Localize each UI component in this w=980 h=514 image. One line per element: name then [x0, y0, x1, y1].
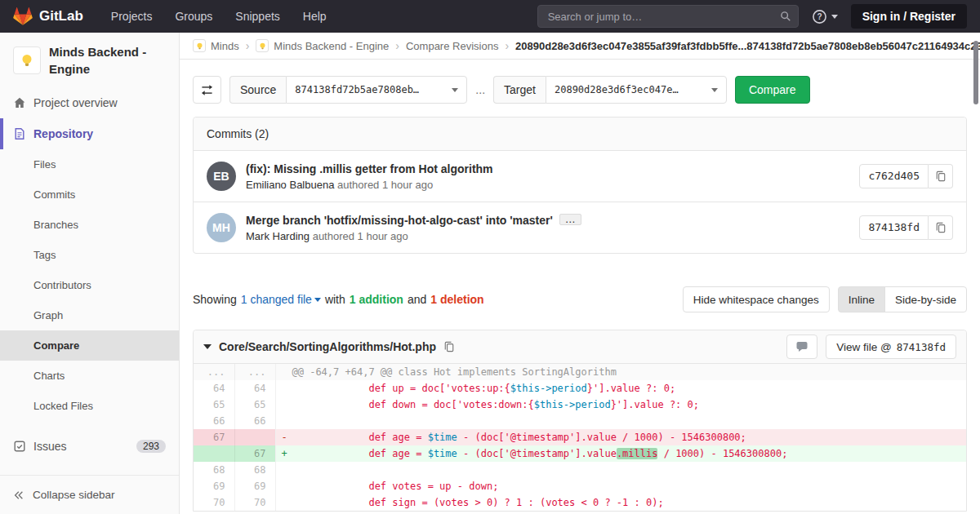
sidebar-item-commits[interactable]: Commits: [0, 179, 179, 210]
diff-old-line-number[interactable]: 70: [194, 494, 234, 511]
code-token: def up = doc['votes:up:{: [292, 383, 510, 394]
search-icon[interactable]: [780, 11, 791, 22]
gitlab-compare-page: GitLab ProjectsGroupsSnippetsHelp ? Sign…: [0, 0, 980, 514]
breadcrumb-link[interactable]: Minds: [193, 39, 239, 52]
diff-new-line-number[interactable]: 64: [234, 380, 275, 397]
commit-author-link[interactable]: Mark Harding: [246, 230, 310, 242]
source-ref-dropdown[interactable]: 874138fd72b5ae7808eb…: [286, 76, 467, 104]
commit-author-link[interactable]: Emiliano Balbuena: [246, 179, 334, 191]
hide-whitespace-button[interactable]: Hide whitespace changes: [683, 286, 830, 312]
diff-code-cell: def down = doc['votes:down:{$this->perio…: [275, 397, 966, 413]
diff-old-line-number[interactable]: 64: [194, 380, 234, 397]
project-name: Minds Backend - Engine: [49, 43, 166, 78]
copy-sha-button[interactable]: [929, 164, 953, 188]
diff-new-line-number[interactable]: 65: [234, 397, 275, 413]
sidebar-item-graph[interactable]: Graph: [0, 300, 179, 330]
sidebar-item-branches[interactable]: Branches: [0, 210, 179, 240]
navbar-menu: ProjectsGroupsSnippetsHelp: [100, 0, 338, 33]
swap-revisions-button[interactable]: [193, 76, 221, 104]
compare-separator: ...: [475, 83, 485, 96]
file-path[interactable]: Core/Search/SortingAlgorithms/Hot.php: [219, 340, 436, 353]
breadcrumb-link[interactable]: Compare Revisions: [406, 40, 498, 52]
copy-sha-button[interactable]: [929, 215, 953, 240]
code-token: @@ -64,7 +64,7 @@ class Hot implements S…: [292, 366, 617, 378]
diff-old-line-number[interactable]: 68: [194, 462, 234, 478]
diff-new-line-number[interactable]: 68: [234, 462, 275, 478]
diff-new-line-number[interactable]: [234, 429, 275, 445]
commit-sha-group: c762d405: [859, 164, 953, 188]
compare-content: Source 874138fd72b5ae7808eb… ... Target …: [180, 60, 980, 512]
sidebar-item-issues[interactable]: Issues 293: [0, 431, 179, 462]
code-token: $this->period: [534, 399, 611, 410]
collapse-file-caret-icon[interactable]: [203, 344, 212, 349]
sidebar-item-charts[interactable]: Charts: [0, 361, 179, 391]
search-input[interactable]: [537, 5, 799, 28]
sign-in-button[interactable]: Sign in / Register: [851, 4, 967, 29]
diff-old-line-number[interactable]: 66: [194, 413, 234, 429]
diff-new-line-number[interactable]: 70: [234, 494, 275, 511]
sidebar-item-contributors[interactable]: Contributors: [0, 270, 179, 300]
diff-old-line-number[interactable]: 69: [194, 478, 234, 494]
diff-new-line-number[interactable]: ...: [234, 364, 275, 380]
diff-summary-bar: Showing 1 changed file with 1 addition a…: [193, 286, 967, 312]
diff-new-line-number[interactable]: 66: [234, 413, 275, 429]
diff-new-line-number[interactable]: 67: [234, 445, 275, 462]
sidebar-item-repository[interactable]: Repository: [0, 118, 179, 149]
file-diff-header-right: View file @ 874138fd: [786, 335, 956, 359]
target-ref-dropdown[interactable]: 20890d28e3d6f3ec047e…: [546, 76, 727, 104]
sidebar-item-locked-files[interactable]: Locked Files: [0, 391, 179, 421]
swap-arrows-icon: [201, 84, 213, 96]
side-by-side-view-button[interactable]: Side-by-side: [884, 286, 967, 312]
diff-sign: -: [282, 429, 287, 445]
avatar[interactable]: MH: [207, 213, 236, 242]
commit-sha[interactable]: c762d405: [859, 164, 929, 188]
breadcrumb-link[interactable]: Minds Backend - Engine: [256, 39, 389, 52]
sidebar-item-tags[interactable]: Tags: [0, 240, 179, 270]
diff-old-line-number[interactable]: 65: [194, 397, 234, 413]
copy-file-path-icon[interactable]: [443, 341, 455, 352]
code-token: def sign = (votes > 0) ? 1 : (votes < 0 …: [292, 497, 664, 508]
avatar[interactable]: EB: [207, 162, 236, 191]
view-file-button[interactable]: View file @ 874138fd: [826, 335, 956, 359]
inline-view-button[interactable]: Inline: [838, 286, 885, 312]
commit-title-link[interactable]: Merge branch 'hotfix/missing-hot-algo-ca…: [246, 214, 553, 227]
help-menu[interactable]: ?: [812, 9, 838, 24]
gitlab-logo[interactable]: GitLab: [13, 7, 83, 26]
commit-title-row: Merge branch 'hotfix/missing-hot-algo-ca…: [246, 214, 849, 227]
sidebar-nav: Project overview Repository FilesCommits…: [0, 87, 179, 462]
navbar-menu-item-help[interactable]: Help: [292, 0, 338, 33]
gitlab-logo-text: GitLab: [39, 8, 83, 24]
commit-sha[interactable]: 874138fd: [859, 215, 929, 240]
diff-code-cell: + def age = $time - (doc['@timestamp'].v…: [275, 445, 966, 462]
code-token: / 1000) - 1546300800;: [657, 448, 787, 459]
chevron-down-icon: [314, 298, 321, 302]
code-token: def age =: [292, 448, 428, 459]
page-scrollbar-thumb[interactable]: [973, 41, 978, 104]
commit-title-row: (fix): Missing .millis getter from Hot a…: [246, 162, 849, 175]
diff-new-line-number[interactable]: 69: [234, 478, 275, 494]
sidebar-project-header[interactable]: Minds Backend - Engine: [0, 33, 179, 87]
compare-button[interactable]: Compare: [735, 76, 810, 104]
changed-files-dropdown[interactable]: 1 changed file: [241, 293, 321, 306]
sidebar-item-files[interactable]: Files: [0, 149, 179, 179]
sidebar-item-project-overview[interactable]: Project overview: [0, 87, 179, 118]
commit-row: MHMerge branch 'hotfix/missing-hot-algo-…: [194, 202, 966, 253]
diff-old-line-number[interactable]: [194, 445, 234, 462]
diff-line: 6666: [194, 413, 966, 429]
commit-title-link[interactable]: (fix): Missing .millis getter from Hot a…: [246, 162, 493, 175]
navbar-left: GitLab ProjectsGroupsSnippetsHelp: [13, 0, 338, 33]
commit-message-expander[interactable]: …: [559, 214, 581, 225]
diff-old-line-number[interactable]: 67: [194, 429, 234, 445]
collapse-sidebar-button[interactable]: Collapse sidebar: [0, 475, 179, 514]
code-token: - (doc['@timestamp'].value / 1000) - 154…: [457, 432, 746, 443]
gitlab-tanuki-icon: [13, 7, 33, 26]
navbar-menu-item-groups[interactable]: Groups: [163, 0, 224, 33]
help-icon: ?: [812, 9, 827, 24]
navbar-menu-item-snippets[interactable]: Snippets: [224, 0, 291, 33]
diff-view-toggle-group: Inline Side-by-side: [838, 286, 967, 312]
top-navbar: GitLab ProjectsGroupsSnippetsHelp ? Sign…: [0, 0, 980, 33]
navbar-menu-item-projects[interactable]: Projects: [100, 0, 164, 33]
sidebar-item-compare[interactable]: Compare: [0, 330, 179, 361]
comment-button[interactable]: [786, 335, 817, 359]
diff-old-line-number[interactable]: ...: [194, 364, 234, 380]
